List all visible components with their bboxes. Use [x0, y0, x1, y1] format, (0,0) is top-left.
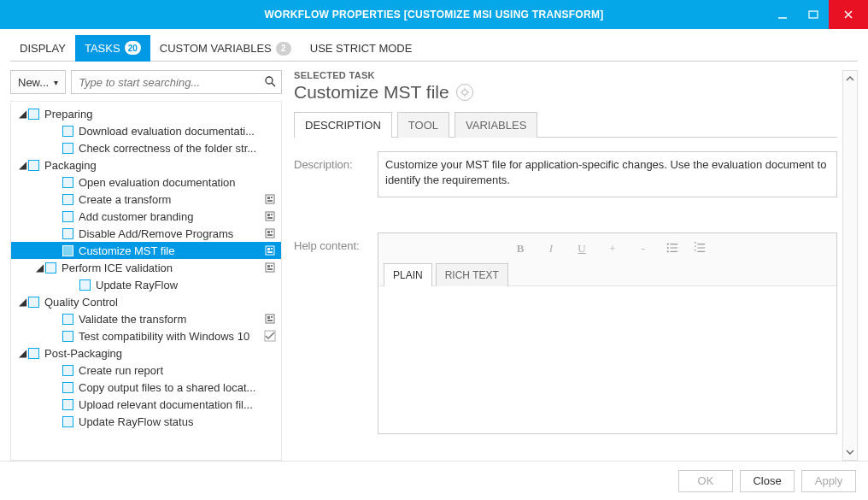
- underline-button[interactable]: U: [573, 242, 590, 256]
- tab-tool[interactable]: TOOL: [397, 112, 449, 138]
- checkbox[interactable]: [62, 331, 73, 342]
- close-window-button[interactable]: [829, 0, 868, 29]
- collapse-icon[interactable]: ◢: [16, 296, 28, 308]
- tool-icon: [264, 244, 276, 256]
- tool-icon: [264, 313, 276, 325]
- tree-label: Download evaluation documentati...: [79, 125, 276, 138]
- number-list-button[interactable]: [693, 242, 707, 256]
- rich-text-body[interactable]: [378, 286, 836, 433]
- tree-item[interactable]: Create a transform: [11, 191, 281, 208]
- mode-rich[interactable]: RICH TEXT: [436, 263, 508, 286]
- top-tabs: DISPLAY TASKS 20 CUSTOM VARIABLES 2 USE …: [10, 36, 858, 62]
- detail-tabs: DESCRIPTION TOOL VARIABLES: [294, 111, 837, 138]
- collapse-icon[interactable]: ◢: [16, 108, 28, 120]
- minimize-button[interactable]: [767, 0, 798, 29]
- tree-item[interactable]: ◢Perform ICE validation: [11, 259, 281, 276]
- tool-icon: [264, 262, 276, 274]
- mode-plain[interactable]: PLAIN: [384, 263, 432, 286]
- tree-label: Copy output files to a shared locat...: [79, 381, 276, 394]
- tool-icon: [264, 210, 276, 222]
- bullet-list-button[interactable]: [666, 242, 679, 256]
- collapse-icon[interactable]: ◢: [16, 159, 28, 171]
- chevron-down-icon: ▾: [54, 78, 58, 87]
- checkbox[interactable]: [62, 399, 73, 410]
- tab-variables[interactable]: VARIABLES: [455, 112, 537, 138]
- search-input[interactable]: [79, 76, 264, 89]
- tree-group-quality[interactable]: ◢Quality Control: [11, 293, 281, 310]
- close-button[interactable]: Close: [740, 470, 795, 492]
- checkbox[interactable]: [79, 279, 91, 291]
- new-dropdown-label: New...: [18, 76, 49, 89]
- tree-group-post[interactable]: ◢Post-Packaging: [11, 344, 281, 362]
- target-icon[interactable]: [456, 84, 473, 101]
- checkbox[interactable]: [62, 314, 73, 325]
- tree-item[interactable]: Add customer branding: [11, 208, 281, 225]
- checkbox[interactable]: [62, 177, 73, 188]
- tree-item[interactable]: Test compatibility with Windows 10: [11, 327, 281, 344]
- tab-tasks-badge: 20: [125, 41, 141, 55]
- checkbox[interactable]: [62, 194, 73, 205]
- tree-item[interactable]: Upload relevant documentation fil...: [11, 396, 281, 413]
- checkbox[interactable]: [28, 160, 39, 171]
- tree-label: Validate the transform: [79, 313, 261, 326]
- scroll-up-icon[interactable]: [843, 71, 857, 86]
- tree-item[interactable]: Create run report: [11, 362, 281, 379]
- mode-plain-label: PLAIN: [393, 269, 423, 281]
- tree-label: Update RayFlow status: [79, 415, 276, 428]
- checkbox[interactable]: [62, 245, 73, 256]
- checkbox[interactable]: [45, 262, 56, 274]
- checkbox[interactable]: [62, 365, 73, 376]
- help-editor[interactable]: B I U + - PLAIN RICH TEXT: [378, 232, 837, 434]
- checkbox[interactable]: [62, 382, 73, 393]
- checkbox[interactable]: [28, 348, 39, 359]
- mode-rich-label: RICH TEXT: [445, 269, 499, 281]
- tree-label: Customize MST file: [79, 244, 261, 257]
- font-grow-button[interactable]: +: [604, 242, 621, 256]
- rich-toolbar: B I U + - PLAIN RICH TEXT: [378, 233, 836, 286]
- font-shrink-button[interactable]: -: [635, 242, 652, 256]
- collapse-icon[interactable]: ◢: [33, 262, 45, 274]
- tree-item[interactable]: Update RayFlow status: [11, 413, 281, 430]
- tab-tasks[interactable]: TASKS 20: [75, 35, 150, 62]
- checkbox[interactable]: [28, 297, 39, 308]
- apply-button[interactable]: Apply: [801, 470, 856, 492]
- tab-display[interactable]: DISPLAY: [10, 36, 75, 61]
- tree-label: Open evaluation documentation: [79, 176, 276, 189]
- scrollbar[interactable]: [842, 70, 858, 461]
- tree-item-selected[interactable]: Customize MST file: [11, 242, 281, 259]
- tab-custom-variables[interactable]: CUSTOM VARIABLES 2: [150, 36, 301, 62]
- description-input[interactable]: Customize your MST file for application-…: [378, 151, 837, 197]
- tree-item[interactable]: Open evaluation documentation: [11, 174, 281, 191]
- tree-item[interactable]: Check correctness of the folder str...: [11, 139, 281, 156]
- new-dropdown[interactable]: New... ▾: [10, 70, 66, 94]
- tab-description[interactable]: DESCRIPTION: [294, 112, 392, 138]
- tree-item[interactable]: Update RayFlow: [11, 276, 281, 293]
- tree-item[interactable]: Validate the transform: [11, 310, 281, 327]
- checkbox[interactable]: [62, 228, 73, 239]
- italic-button[interactable]: I: [542, 242, 560, 256]
- maximize-button[interactable]: [798, 0, 829, 29]
- bold-button[interactable]: B: [512, 242, 529, 256]
- checkbox[interactable]: [62, 211, 73, 222]
- task-tree[interactable]: ◢Preparing Download evaluation documenta…: [10, 101, 282, 461]
- tree-label: Post-Packaging: [44, 347, 276, 360]
- tree-item[interactable]: Download evaluation documentati...: [11, 122, 281, 139]
- tree-group-packaging[interactable]: ◢Packaging: [11, 156, 281, 174]
- checkbox[interactable]: [28, 109, 39, 120]
- search-box[interactable]: [71, 70, 282, 94]
- dialog-footer: OK Close Apply: [0, 461, 868, 500]
- checkbox[interactable]: [62, 143, 73, 154]
- tree-label: Create a transform: [79, 193, 261, 206]
- ok-button[interactable]: OK: [678, 470, 733, 492]
- scroll-down-icon[interactable]: [843, 444, 857, 460]
- tab-variables-label: VARIABLES: [466, 119, 526, 132]
- checkbox[interactable]: [62, 416, 73, 427]
- collapse-icon[interactable]: ◢: [16, 347, 28, 359]
- tab-display-label: DISPLAY: [20, 42, 66, 55]
- tree-item[interactable]: Disable Add/Remove Programs: [11, 225, 281, 242]
- tree-item[interactable]: Copy output files to a shared locat...: [11, 379, 281, 396]
- checkbox[interactable]: [62, 126, 73, 137]
- tree-group-preparing[interactable]: ◢Preparing: [11, 105, 281, 122]
- tree-label: Perform ICE validation: [62, 262, 261, 274]
- tab-strict-mode[interactable]: USE STRICT MODE: [301, 36, 422, 61]
